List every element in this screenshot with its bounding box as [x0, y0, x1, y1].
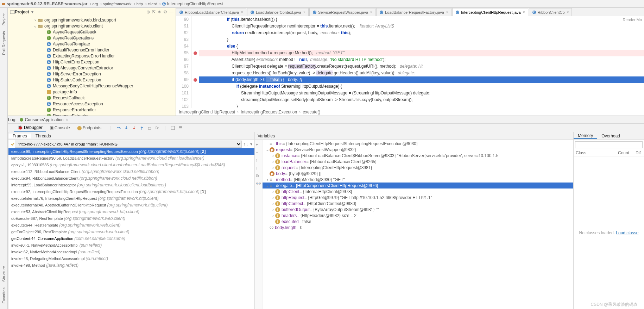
col-class[interactable]: Class — [574, 150, 616, 156]
collapse-icon[interactable]: ✶ — [158, 10, 161, 14]
tree-item[interactable]: ⌄org.springframework.web.client — [8, 23, 176, 29]
settings-icon[interactable]: ⚙ — [163, 10, 167, 14]
down-icon[interactable]: ↓ — [256, 166, 261, 171]
cc-class[interactable]: InterceptingClientHttpRequest — [179, 110, 235, 115]
tab-console[interactable]: ▣Console — [46, 124, 74, 132]
expand-icon[interactable]: ⇱ — [152, 10, 156, 14]
step-over-icon[interactable] — [115, 125, 122, 131]
close-icon[interactable]: × — [567, 10, 569, 14]
close-icon[interactable]: × — [303, 10, 305, 14]
project-dropdown-icon[interactable]: ▾ — [31, 10, 33, 14]
tree-item[interactable]: cExtractingResponseErrorHandler — [8, 53, 176, 59]
frame-item[interactable]: execute:644, RestTemplate (org.springfra… — [8, 222, 254, 229]
frame-item[interactable]: getForObject:296, RestTemplate (org.spri… — [8, 229, 254, 235]
step-into-icon[interactable] — [123, 125, 130, 131]
var-item[interactable]: pbody = {byte[0]@9029} [] — [263, 171, 573, 177]
close-icon[interactable]: × — [370, 10, 372, 14]
tree-item[interactable]: IResponseExtractor — [8, 113, 176, 116]
tree-item[interactable]: IAsyncRestOperations — [8, 35, 176, 41]
close-icon[interactable]: × — [446, 10, 448, 14]
remove-watch-icon[interactable]: − — [256, 150, 261, 156]
editor-tab[interactable]: cRibbonLoadBalancerClient.java× — [176, 8, 246, 16]
tree-item[interactable]: ›org.springframework.web.bind.support — [8, 17, 176, 23]
frame-item[interactable]: executeInternal:76, InterceptingClientHt… — [8, 195, 254, 202]
tree-item[interactable]: cHttpStatusCodeException — [8, 77, 176, 83]
memory-tab[interactable]: Memory — [574, 133, 597, 139]
add-watch-icon[interactable]: + — [256, 142, 261, 148]
tab-debugger[interactable]: 🐞Debugger — [14, 124, 46, 132]
tree-item[interactable]: cHttpServerErrorException — [8, 71, 176, 77]
project-tree[interactable]: ›org.springframework.web.bind.support⌄or… — [8, 16, 176, 116]
drop-frame-icon[interactable] — [146, 125, 153, 131]
threads-tab[interactable]: Threads — [31, 134, 55, 138]
var-item[interactable]: ›fhttpContext = {HttpClientContext@9980} — [263, 200, 573, 206]
frame-item[interactable]: intercept:55, LoadBalancerInterceptor (o… — [8, 182, 254, 189]
frame-item[interactable]: execute:94, RibbonLoadBalancerClient (or… — [8, 175, 254, 182]
crumb-sf[interactable]: springframework — [103, 2, 131, 6]
overhead-tab[interactable]: Overhead — [597, 134, 624, 138]
editor-tab[interactable]: cRibbonClientCo× — [529, 8, 572, 16]
tree-item[interactable]: package-info — [8, 89, 176, 95]
var-item[interactable]: ›fheaders = {HttpHeaders@9982} size = 2 — [263, 212, 573, 218]
var-item[interactable]: ⌄prequest = {ServiceRequestWrapper@9832} — [263, 147, 573, 153]
close-icon[interactable]: × — [241, 10, 243, 14]
tree-item[interactable]: cResourceAccessException — [8, 101, 176, 107]
code-view[interactable]: Reader Mo 909192939495969798991001011021… — [176, 16, 644, 108]
run-to-cursor-icon[interactable] — [154, 125, 160, 131]
prev-frame-icon[interactable]: ↑ — [243, 142, 245, 147]
copy-icon[interactable]: ⧉ — [256, 173, 261, 179]
step-out-icon[interactable] — [139, 125, 145, 131]
crumb-org[interactable]: org — [92, 2, 98, 6]
tool-favorites[interactable]: Favorites — [2, 288, 6, 303]
frame-item[interactable]: invoke:62, NativeMethodAccessorImpl (sun… — [8, 249, 254, 255]
var-item[interactable]: ›fbufferedOutput = {ByteArrayOutputStrea… — [263, 206, 573, 212]
reader-mode[interactable]: Reader Mo — [623, 18, 642, 22]
frames-list[interactable]: execute:99, InterceptingClientHttpReques… — [8, 148, 254, 309]
crumb-client[interactable]: client — [148, 2, 157, 6]
tree-item[interactable]: cDefaultResponseErrorHandler — [8, 47, 176, 53]
frame-item[interactable]: invoke0:-1, NativeMethodAccessorImpl (su… — [8, 242, 254, 249]
debug-config[interactable]: ConsumeApplication — [25, 117, 64, 122]
var-item[interactable]: ›frequest = {InterceptingClientHttpReque… — [263, 165, 573, 171]
tree-item[interactable]: IRequestCallback — [8, 95, 176, 101]
var-item[interactable]: ›finstance = {RibbonLoadBalancerClient$R… — [263, 153, 573, 159]
evaluate-icon[interactable] — [170, 125, 176, 131]
tree-item[interactable]: cHttpMessageConverterExtractor — [8, 65, 176, 71]
frame-item[interactable]: invoke:43, DelegatingMethodAccessorImpl … — [8, 255, 254, 262]
crumb-http[interactable]: http — [137, 2, 143, 6]
cc-method[interactable]: execute() — [303, 110, 320, 115]
var-item[interactable]: fexecuted = false — [263, 218, 573, 224]
frames-tab[interactable]: Frames — [8, 134, 31, 138]
col-diff[interactable]: Dif — [633, 150, 644, 156]
editor-tab[interactable]: cServiceRequestWrapper.java× — [309, 8, 375, 16]
frame-item[interactable]: invoke:498, Method (java.lang.reflect) — [8, 262, 254, 269]
frame-item[interactable]: executeInternal:48, AbstractBufferingCli… — [8, 202, 254, 209]
cc-inner[interactable]: InterceptingRequestExecution — [241, 110, 297, 115]
col-count[interactable]: Count — [616, 150, 633, 156]
var-item[interactable]: ›≡method = {HttpMethod@8930} "GET" — [263, 177, 573, 183]
var-item[interactable]: ⌄≡delegate = {HttpComponentsClientHttpRe… — [263, 183, 573, 189]
tool-project[interactable]: Project — [2, 13, 6, 25]
close-icon[interactable]: × — [523, 10, 525, 14]
frame-item[interactable]: apply:-1, 1993310585 (org.springframewor… — [8, 162, 254, 168]
frame-item[interactable]: execute:99, InterceptingClientHttpReques… — [8, 148, 254, 155]
locate-icon[interactable]: ⊕ — [146, 10, 150, 14]
frame-item[interactable]: execute:53, AbstractClientHttpRequest (o… — [8, 209, 254, 215]
close-tab-icon[interactable]: × — [66, 117, 68, 122]
tree-item[interactable]: IResponseErrorHandler — [8, 107, 176, 113]
up-icon[interactable]: ↑ — [256, 158, 261, 163]
frame-item[interactable]: doExecute:687, RestTemplate (org.springf… — [8, 215, 254, 222]
force-step-into-icon[interactable] — [131, 125, 137, 131]
tool-structure[interactable]: Structure — [2, 266, 6, 282]
var-item[interactable]: ›floadBalancer = {RibbonLoadBalancerClie… — [263, 159, 573, 165]
glasses-icon[interactable]: 👓 — [256, 181, 261, 187]
tree-item[interactable]: cMessageBodyClientHttpResponseWrapper — [8, 83, 176, 89]
editor-tab[interactable]: cInterceptingClientHttpRequest.java× — [452, 8, 528, 16]
tree-item[interactable]: cHttpClientErrorException — [8, 59, 176, 65]
tool-pullreq[interactable]: Pull Requests — [2, 31, 6, 55]
filter-icon[interactable]: ▾ — [250, 142, 252, 147]
tab-endpoints[interactable]: ⬤Endpoints — [74, 124, 105, 132]
frame-item[interactable]: execute:112, RibbonLoadBalancerClient (o… — [8, 168, 254, 175]
tree-item[interactable]: IAsyncRequestCallback — [8, 29, 176, 35]
frame-item[interactable]: getContent:44, ConsumeApplication (com.n… — [8, 235, 254, 242]
